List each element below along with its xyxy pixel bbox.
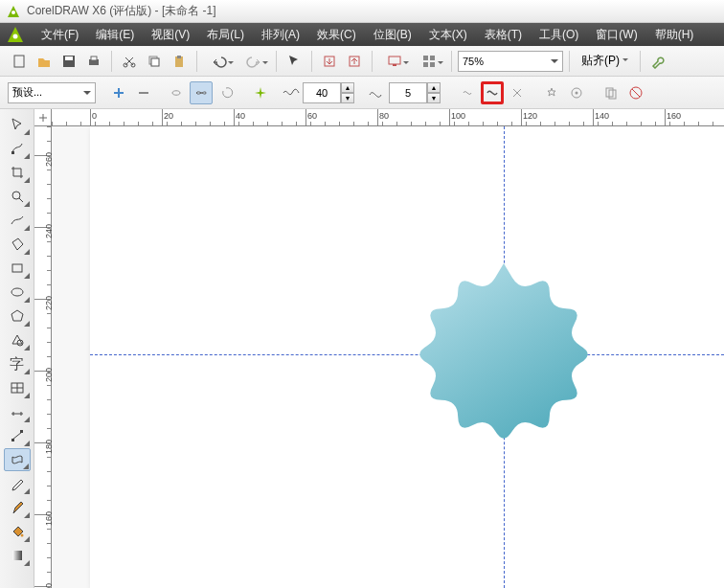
rectangle-tool[interactable]: [4, 257, 31, 280]
freehand-tool[interactable]: [4, 209, 31, 232]
svg-rect-26: [11, 151, 14, 154]
zoom-combo[interactable]: [458, 51, 563, 72]
smoothing-spinner[interactable]: ▲▼: [389, 82, 441, 103]
smear-mode-1-button[interactable]: [165, 81, 188, 104]
undo-icon: [212, 54, 227, 69]
gradient-icon: [10, 548, 25, 563]
new-button[interactable]: [8, 50, 31, 73]
separator: [372, 51, 373, 72]
horizontal-ruler[interactable]: 020406080100120140160180: [52, 109, 724, 126]
import-button[interactable]: [318, 50, 341, 73]
snap-label: 贴齐(P): [581, 53, 620, 69]
zoom-input[interactable]: [463, 56, 558, 67]
menubar: 文件(F) 编辑(E) 视图(V) 布局(L) 排列(A) 效果(C) 位图(B…: [0, 23, 724, 46]
canvas[interactable]: [52, 126, 724, 588]
smear-mode-2-button[interactable]: [190, 81, 213, 104]
text-tool[interactable]: 字: [4, 352, 31, 375]
save-button[interactable]: [57, 50, 80, 73]
convert-button[interactable]: [540, 81, 563, 104]
menu-tools[interactable]: 工具(O): [531, 24, 587, 46]
copy-button[interactable]: [143, 50, 166, 73]
spin-up-button[interactable]: ▲: [341, 82, 354, 93]
table-icon: [10, 380, 25, 396]
svg-point-27: [12, 192, 20, 199]
add-preset-button[interactable]: [107, 81, 130, 104]
center-button[interactable]: [565, 81, 588, 104]
open-button[interactable]: [33, 50, 56, 73]
svg-rect-28: [12, 264, 22, 272]
menu-arrange[interactable]: 排列(A): [253, 24, 308, 46]
brush-size-input[interactable]: [303, 82, 341, 103]
pick-tool[interactable]: [4, 113, 31, 136]
menu-view[interactable]: 视图(V): [143, 24, 198, 46]
connector-tool[interactable]: [4, 424, 31, 447]
svg-rect-20: [430, 62, 435, 67]
chevron-down-icon: [622, 58, 628, 64]
crop-tool[interactable]: [4, 161, 31, 184]
clear-button[interactable]: [624, 81, 647, 104]
preset-combo[interactable]: [8, 82, 96, 103]
remove-preset-button[interactable]: [132, 81, 155, 104]
print-button[interactable]: [82, 50, 105, 73]
menu-help[interactable]: 帮助(H): [646, 24, 703, 46]
svg-rect-17: [423, 56, 428, 60]
shape-tool[interactable]: [4, 137, 31, 160]
app-launcher-button[interactable]: [413, 50, 445, 73]
export-button[interactable]: [343, 50, 366, 73]
new-shape-button[interactable]: [249, 81, 272, 104]
snap-button[interactable]: 贴齐(P): [576, 50, 634, 73]
interactive-tool[interactable]: [4, 448, 31, 471]
copy-props-button[interactable]: [600, 81, 622, 104]
menu-edit[interactable]: 编辑(E): [87, 24, 143, 46]
menu-window[interactable]: 窗口(W): [587, 24, 645, 46]
eyedropper-tool[interactable]: [4, 472, 31, 495]
outline-tool[interactable]: [4, 496, 31, 519]
smoothing-input[interactable]: [389, 82, 427, 103]
dimension-tool[interactable]: [4, 400, 31, 423]
distort-option-1-button[interactable]: [456, 81, 479, 104]
horizontal-guide[interactable]: [90, 354, 724, 355]
zoom-tool[interactable]: [4, 185, 31, 208]
preset-input[interactable]: [12, 87, 91, 99]
basic-shapes-tool[interactable]: [4, 328, 31, 351]
pick-tool-button[interactable]: [283, 50, 305, 73]
svg-point-29: [11, 288, 23, 296]
spin-up-button[interactable]: ▲: [427, 82, 441, 93]
smear-mode-3-button[interactable]: [215, 81, 238, 104]
brush-size-spinner[interactable]: ▲▼: [303, 82, 354, 103]
redo-button[interactable]: [238, 50, 270, 73]
titlebar: CorelDRAW X6 (评估版) - [未命名 -1]: [0, 0, 724, 23]
table-tool[interactable]: [4, 376, 31, 399]
distort-option-3-button[interactable]: [506, 81, 529, 104]
separator: [196, 51, 197, 72]
svg-rect-16: [393, 64, 396, 66]
publish-button[interactable]: [378, 50, 411, 73]
smart-fill-tool[interactable]: [4, 233, 31, 256]
ellipse-tool[interactable]: [4, 281, 31, 304]
fill-tool[interactable]: [4, 520, 31, 543]
spin-down-button[interactable]: ▼: [427, 93, 441, 103]
paste-icon: [171, 54, 187, 69]
menu-text[interactable]: 文本(X): [420, 24, 476, 46]
ellipse-icon: [10, 284, 25, 300]
menu-bitmap[interactable]: 位图(B): [365, 24, 420, 46]
menu-file[interactable]: 文件(F): [33, 24, 87, 46]
menu-table[interactable]: 表格(T): [476, 24, 531, 46]
options-button[interactable]: [646, 50, 669, 73]
undo-button[interactable]: [203, 50, 236, 73]
distort-option-2-button[interactable]: [481, 81, 504, 104]
polygon-tool[interactable]: [4, 305, 31, 328]
paste-button[interactable]: [168, 50, 191, 73]
menu-effects[interactable]: 效果(C): [308, 24, 365, 46]
cut-button[interactable]: [118, 50, 141, 73]
separator: [451, 51, 452, 72]
svg-point-1: [13, 34, 18, 39]
star-shape[interactable]: [408, 259, 600, 450]
separator: [640, 51, 641, 72]
menu-layout[interactable]: 布局(L): [198, 24, 253, 46]
interactive-fill-tool[interactable]: [4, 544, 31, 567]
vertical-ruler[interactable]: 140160180200220240260: [34, 126, 52, 588]
property-bar: ▲▼ ▲▼: [0, 77, 724, 109]
spin-down-button[interactable]: ▼: [341, 93, 354, 103]
ruler-origin[interactable]: [34, 109, 52, 126]
